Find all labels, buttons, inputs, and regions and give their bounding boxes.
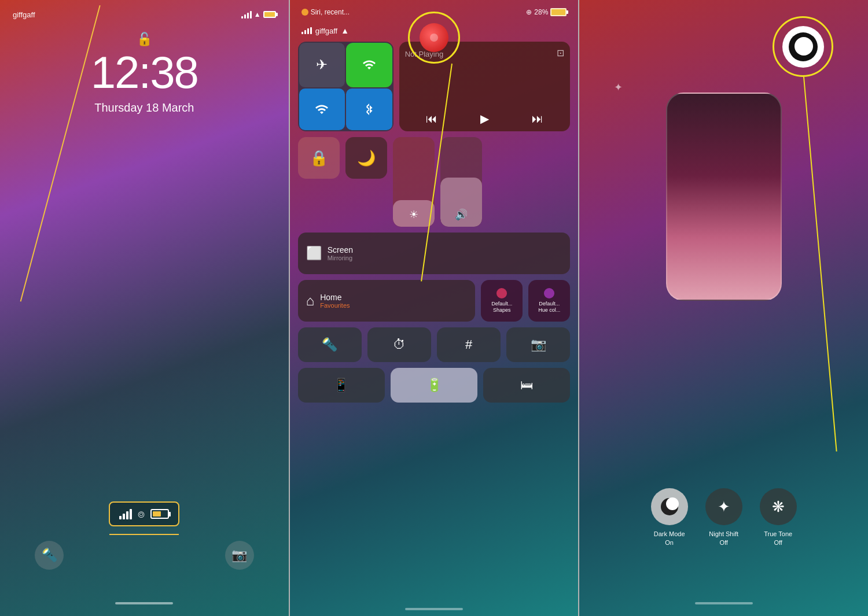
cc-status-bar: Siri, recent... ⊕ 28% <box>290 8 579 16</box>
cc-content: ✈ ⊡ Not Pl <box>298 42 571 599</box>
timer-button[interactable]: ⏱ <box>367 327 431 362</box>
camera-cc-button[interactable]: 📷 <box>506 327 570 362</box>
play-button[interactable]: ▶ <box>480 112 489 126</box>
cc-carrier: giffgaff <box>315 27 338 35</box>
siri-dot <box>301 9 308 16</box>
left-panel: giffgaff ▲ 🔓 12:38 Thursday 18 March ⌾ 🔦… <box>0 0 289 616</box>
wifi-icon: ▲ <box>254 10 261 19</box>
night-shift-button[interactable]: ✦ <box>705 488 742 525</box>
brightness-icon: ☀ <box>409 208 418 221</box>
home-text-group: Home Favourites <box>320 293 350 309</box>
cc-row-1: ✈ ⊡ Not Pl <box>298 42 571 131</box>
bottom-bar: 🔦 📷 <box>0 541 289 570</box>
true-tone-button[interactable]: ❋ <box>760 488 797 525</box>
volume-slider[interactable]: 🔊 <box>440 137 482 227</box>
dark-mode-button[interactable] <box>651 488 688 525</box>
battery-charging-icon: ⊕ <box>526 8 532 16</box>
camera-button[interactable]: 📷 <box>225 541 254 570</box>
cellular-button[interactable] <box>346 43 392 87</box>
bluetooth-button[interactable] <box>346 88 392 131</box>
brightness-slider[interactable]: ☀ <box>393 137 435 227</box>
battery-fill <box>153 511 161 517</box>
night-shift-label: Night Shift Off <box>709 530 738 547</box>
phone-mockup <box>666 93 782 301</box>
cc-battery-status: ⊕ 28% <box>526 8 567 16</box>
siri-text: Siri, recent... <box>311 8 350 16</box>
rotation-lock-button[interactable]: 🔒 <box>298 137 340 179</box>
screen-mirror-label: Screen <box>328 245 353 254</box>
battery-percent-text: 28% <box>534 8 548 16</box>
dark-mode-label: Dark Mode On <box>654 530 685 547</box>
home-indicator-right <box>695 602 753 604</box>
cc-row-4: ⌂ Home Favourites Default...Shapes Defau… <box>298 280 571 322</box>
media-controls: ⏮ ▶ ⏭ <box>405 112 565 126</box>
dark-mode-option: Dark Mode On <box>651 488 688 547</box>
cc-signal-bars <box>301 27 312 34</box>
hue-shapes-button[interactable]: Default...Shapes <box>481 280 523 322</box>
battery-widget-button[interactable]: 🔋 <box>391 368 477 403</box>
flashlight-cc-button[interactable]: 🔦 <box>298 327 362 362</box>
screen-mirror-text-group: Screen Mirroring <box>328 245 353 261</box>
hue-shapes-label: Default...Shapes <box>491 301 512 313</box>
box-underline <box>109 534 179 535</box>
display-options: Dark Mode On ✦ Night Shift Off ❋ True To… <box>579 488 868 547</box>
rewind-button[interactable]: ⏮ <box>426 112 437 126</box>
airplane-mode-button[interactable]: ✈ <box>299 43 345 87</box>
not-playing-text: Not Playing <box>405 50 565 58</box>
divider-left-center <box>289 0 290 616</box>
cc-row-5: 🔦 ⏱ # 📷 <box>298 327 571 362</box>
do-not-disturb-button[interactable]: 🌙 <box>345 137 387 179</box>
screen-mirror-icon: ⬜ <box>306 246 322 261</box>
true-tone-option: ❋ True Tone Off <box>760 488 797 547</box>
lock-screen-time: 12:38 <box>91 46 198 99</box>
night-shift-option: ✦ Night Shift Off <box>705 488 742 547</box>
cc-row-6: 📱 🔋 🛏 <box>298 368 571 403</box>
home-icon: ⌂ <box>306 293 315 309</box>
status-bar-right: ▲ <box>241 10 276 19</box>
wifi-icon-box: ⌾ <box>138 507 145 521</box>
right-panel: ✦ Dark Mode On ✦ Night Shift Off <box>579 0 868 616</box>
flashlight-button[interactable]: 🔦 <box>35 541 64 570</box>
fast-forward-button[interactable]: ⏭ <box>532 112 543 126</box>
cc-row-2: 🔒 🌙 ☀ 🔊 <box>298 137 571 227</box>
airplay-icon[interactable]: ⊡ <box>557 47 564 58</box>
siri-banner: Siri, recent... <box>301 8 350 16</box>
carrier-label: giffgaff <box>13 10 35 19</box>
remote-button[interactable]: 📱 <box>298 368 385 403</box>
screen-mirror-sub: Mirroring <box>328 254 353 261</box>
wifi-toggle-button[interactable] <box>299 88 345 131</box>
cc-row-3: ⬜ Screen Mirroring <box>298 233 571 274</box>
true-tone-label: True Tone Off <box>764 530 792 547</box>
home-favourites-button[interactable]: ⌂ Home Favourites <box>298 280 476 322</box>
center-panel: Siri, recent... ⊕ 28% giffgaff ▲ ✈ <box>290 0 579 616</box>
battery-box <box>150 509 169 519</box>
sleep-button[interactable]: 🛏 <box>483 368 570 403</box>
hue-dot-2 <box>544 288 554 298</box>
media-block: ⊡ Not Playing ⏮ ▶ ⏭ <box>399 42 571 131</box>
hue-dot-1 <box>496 288 507 298</box>
battery-icon <box>263 11 276 18</box>
lock-screen-date: Thursday 18 March <box>94 101 194 115</box>
home-sub-label: Favourites <box>320 302 350 309</box>
brightness-sun-icon: ✦ <box>614 81 623 94</box>
hue-color-button[interactable]: Default...Hue col... <box>528 280 570 322</box>
cc-wifi-icon: ▲ <box>341 26 349 35</box>
battery-icon-cc <box>550 8 567 16</box>
cc-network-bar: giffgaff ▲ <box>290 26 579 35</box>
home-label: Home <box>320 293 350 302</box>
screen-mirroring-button[interactable]: ⬜ Screen Mirroring <box>298 233 571 274</box>
home-indicator-left <box>115 602 173 604</box>
svg-point-1 <box>666 497 679 510</box>
hue-color-label: Default...Hue col... <box>538 301 560 313</box>
connectivity-block[interactable]: ✈ <box>298 42 393 131</box>
home-indicator-center <box>405 608 463 610</box>
signal-bars-box <box>119 509 132 519</box>
lock-icon: 🔓 <box>137 32 152 47</box>
signal-bars <box>241 11 252 19</box>
volume-icon: 🔊 <box>455 208 468 221</box>
calculator-button[interactable]: # <box>437 327 501 362</box>
divider-center-right <box>578 0 579 616</box>
status-icons-box: ⌾ <box>109 501 179 526</box>
